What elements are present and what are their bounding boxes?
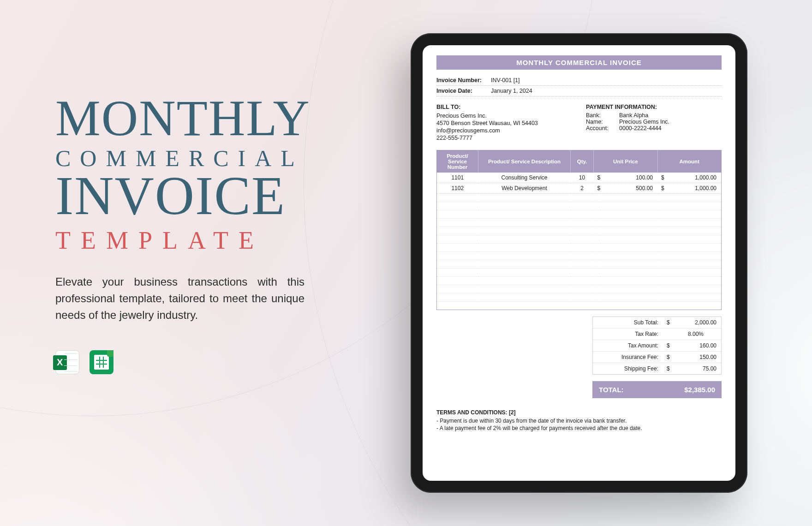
table-row-blank: [437, 293, 722, 302]
promo-panel: MONTHLY COMMERCIAL INVOICE TEMPLATE Elev…: [55, 92, 314, 374]
item-number: 1102: [437, 183, 478, 194]
currency: $: [594, 173, 601, 183]
item-amount: 1,000.00: [664, 183, 722, 194]
table-row-blank: [437, 235, 722, 244]
terms-heading: TERMS AND CONDITIONS: [2]: [436, 409, 722, 416]
bill-to-block: BILL TO: Precious Gems Inc. 4570 Benson …: [436, 104, 572, 142]
line-items-table: Product/ Service Number Product/ Service…: [436, 150, 722, 310]
totals-box: Sub Total:$2,000.00 Tax Rate:8.00% Tax A…: [592, 317, 722, 375]
table-row-blank: [437, 210, 722, 219]
invoice-title: MONTHLY COMMERCIAL INVOICE: [436, 55, 722, 70]
title-line-4: TEMPLATE: [55, 228, 314, 253]
item-desc: Consulting Service: [478, 173, 571, 183]
item-unit: 500.00: [600, 183, 657, 194]
col-desc: Product/ Service Description: [478, 150, 571, 173]
item-amount: 1,000.00: [664, 173, 722, 183]
table-row-blank: [437, 202, 722, 210]
taxrate-label: Tax Rate:: [597, 331, 667, 337]
payname-value: Precious Gems Inc.: [619, 119, 669, 125]
google-sheets-icon: [90, 350, 113, 374]
title-line-1: MONTHLY: [55, 92, 314, 144]
item-unit: 100.00: [600, 173, 657, 183]
table-row-blank: [437, 227, 722, 235]
table-row-blank: [437, 302, 722, 310]
bank-value: Bank Alpha: [619, 112, 648, 119]
col-unit: Unit Price: [594, 150, 658, 173]
bank-label: Bank:: [586, 112, 619, 119]
ship-value: 75.00: [675, 365, 716, 372]
table-row: 1101Consulting Service10$100.00$1,000.00: [437, 173, 722, 183]
ins-label: Insurance Fee:: [597, 354, 667, 360]
grand-total: TOTAL: $2,385.00: [592, 381, 722, 398]
taxamt-label: Tax Amount:: [597, 342, 667, 349]
excel-icon: [55, 350, 79, 374]
table-row-blank: [437, 269, 722, 277]
payment-info-heading: PAYMENT INFORMATION:: [586, 104, 722, 110]
col-amount: Amount: [657, 150, 722, 173]
promo-description: Elevate your business transactions with …: [55, 274, 304, 323]
item-number: 1101: [437, 173, 478, 183]
subtotal-value: 2,000.00: [675, 319, 716, 326]
ship-label: Shipping Fee:: [597, 365, 667, 372]
currency: $: [667, 319, 675, 326]
currency: $: [657, 173, 664, 183]
terms-line-1: - Payment is due within 30 days from the…: [436, 417, 722, 424]
account-label: Account:: [586, 125, 619, 132]
taxrate-value: 8.00%: [675, 331, 716, 337]
currency: $: [657, 183, 664, 194]
subtotal-label: Sub Total:: [597, 319, 667, 326]
invoice-date-value: January 1, 2024: [491, 88, 532, 94]
payname-label: Name:: [586, 119, 619, 125]
bill-to-address: 4570 Benson Street Wausau, WI 54403: [436, 120, 572, 127]
format-icons: [55, 350, 314, 374]
table-row-blank: [437, 244, 722, 252]
bill-to-heading: BILL TO:: [436, 104, 572, 110]
ins-value: 150.00: [675, 354, 716, 360]
item-qty: 2: [571, 183, 594, 194]
col-number: Product/ Service Number: [437, 150, 478, 173]
invoice-date-label: Invoice Date:: [436, 88, 491, 94]
bill-to-phone: 222-555-7777: [436, 134, 572, 142]
taxamt-value: 160.00: [675, 342, 716, 349]
invoice-document: MONTHLY COMMERCIAL INVOICE Invoice Numbe…: [423, 45, 735, 481]
table-row-blank: [437, 252, 722, 260]
title-line-3: INVOICE: [55, 168, 314, 224]
table-row: 1102Web Development2$500.00$1,000.00: [437, 183, 722, 194]
col-qty: Qty.: [571, 150, 594, 173]
item-qty: 10: [571, 173, 594, 183]
terms-block: TERMS AND CONDITIONS: [2] - Payment is d…: [436, 409, 722, 432]
payment-info-block: PAYMENT INFORMATION: Bank:Bank Alpha Nam…: [586, 104, 722, 142]
table-row-blank: [437, 285, 722, 293]
table-row-blank: [437, 194, 722, 202]
bill-to-name: Precious Gems Inc.: [436, 112, 572, 120]
terms-line-2: - A late payment fee of 2% will be charg…: [436, 424, 722, 432]
bill-to-email: info@preciousgems.com: [436, 127, 572, 134]
account-value: 0000-2222-4444: [619, 125, 662, 132]
invoice-meta: Invoice Number: INV-001 [1] Invoice Date…: [436, 75, 722, 96]
item-desc: Web Development: [478, 183, 571, 194]
currency: $: [594, 183, 601, 194]
grand-value: $2,385.00: [684, 386, 715, 394]
table-row-blank: [437, 277, 722, 285]
table-row-blank: [437, 219, 722, 227]
invoice-number-label: Invoice Number:: [436, 77, 491, 84]
invoice-number-value: INV-001 [1]: [491, 77, 520, 84]
grand-label: TOTAL:: [599, 386, 684, 394]
table-row-blank: [437, 260, 722, 269]
tablet-frame: MONTHLY COMMERCIAL INVOICE Invoice Numbe…: [411, 33, 747, 493]
